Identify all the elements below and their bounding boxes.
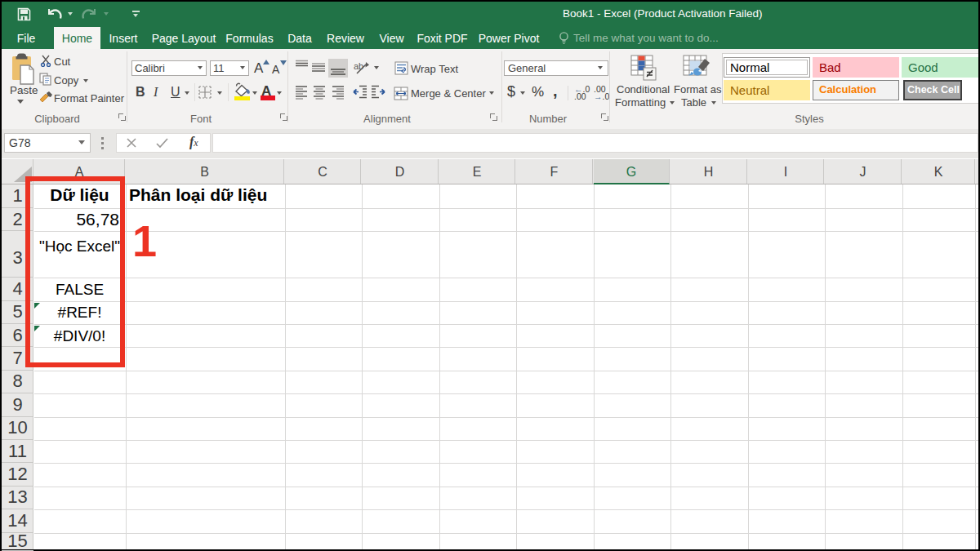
svg-text:ab: ab: [354, 61, 363, 71]
